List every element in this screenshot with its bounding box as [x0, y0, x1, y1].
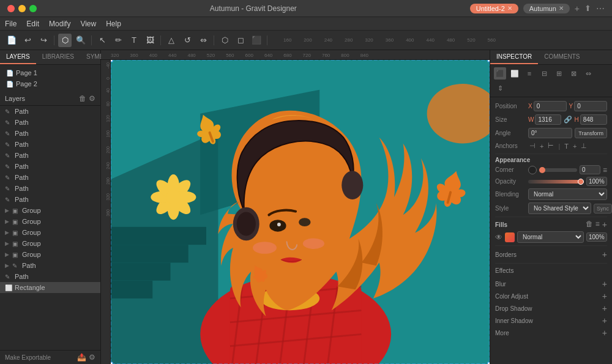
user-tab[interactable]: Autumun ✕ [523, 4, 570, 13]
expand-icon[interactable]: ▶ [5, 240, 10, 247]
menu-view[interactable]: View [80, 20, 96, 28]
expand-icon[interactable]: ▶ [5, 251, 10, 258]
image-tool[interactable]: 🖼 [143, 34, 157, 47]
layer-path-5[interactable]: ✎ Path [0, 150, 100, 161]
move-tool[interactable]: ↖ [95, 34, 109, 47]
layer-group-3[interactable]: ▶ ▣ Group [0, 227, 100, 238]
menu-help[interactable]: Help [106, 20, 121, 28]
tab-inspector[interactable]: INSPECTOR [490, 50, 538, 64]
drop-shadow-row[interactable]: Drop Shadow + [495, 302, 607, 314]
align-bottom-icon-btn[interactable]: ⊠ [567, 67, 580, 80]
fill-opacity-input[interactable] [586, 232, 607, 242]
flip-h-tool[interactable]: ⇔ [196, 34, 210, 47]
sync-button[interactable]: Sync [594, 204, 612, 214]
canvas-content[interactable] [111, 60, 490, 364]
close-button[interactable] [7, 5, 15, 12]
expand-icon[interactable]: ▶ [5, 262, 10, 269]
bottom-add-btn[interactable]: 📤 [77, 353, 86, 362]
fill-color-swatch[interactable] [505, 232, 515, 242]
corner-slider[interactable] [539, 168, 577, 172]
fill-blend-select[interactable]: Normal [517, 231, 584, 243]
position-x-input[interactable] [534, 101, 567, 111]
align-middle-icon-btn[interactable]: ⊞ [553, 67, 565, 80]
anchor-bottom[interactable]: ⊥ [580, 141, 588, 150]
layer-path-7[interactable]: ✎ Path [0, 172, 100, 183]
angle-input[interactable] [528, 128, 572, 138]
layer-more-btn[interactable]: ⚙ [89, 94, 95, 103]
layer-path-1[interactable]: ✎ Path [0, 106, 100, 117]
layer-path-4[interactable]: ✎ Path [0, 139, 100, 150]
borders-header[interactable]: Borders + [495, 248, 607, 261]
select-tool[interactable]: ⬡ [58, 34, 72, 47]
position-y-input[interactable] [574, 101, 607, 111]
anchor-top[interactable]: T [563, 142, 570, 150]
align-center-icon-btn[interactable]: ⬜ [509, 67, 521, 80]
align-left-icon-btn[interactable]: ⬛ [494, 67, 506, 80]
tab-layers[interactable]: LAYERS [0, 50, 36, 64]
expand-icon[interactable]: ▶ [5, 207, 10, 214]
anchor-center-h[interactable]: + [539, 142, 545, 150]
vector-tool[interactable]: ✏ [111, 34, 125, 47]
boolean-union[interactable]: ⬡ [218, 34, 231, 47]
fill-visibility-icon[interactable]: 👁 [495, 233, 502, 242]
borders-add-btn[interactable]: + [602, 250, 607, 259]
color-adjust-row[interactable]: Color Adjust + [495, 290, 607, 302]
anchor-center-v[interactable]: + [572, 142, 578, 150]
anchor-right[interactable]: ⊢ [547, 141, 555, 150]
layer-group-2[interactable]: ▶ ▣ Group [0, 216, 100, 227]
bottom-settings-btn[interactable]: ⚙ [89, 353, 95, 362]
canvas-area[interactable]: 320 360 400 440 480 520 560 600 640 680 … [101, 50, 490, 364]
layer-rectangle[interactable]: ⬜ Rectangle [0, 282, 100, 293]
corner-options-icon[interactable]: ≡ [603, 166, 607, 174]
layer-group-5[interactable]: ▶ ▣ Group [0, 249, 100, 260]
fill-add-btn[interactable]: + [602, 220, 607, 229]
layer-group-4[interactable]: ▶ ▣ Group [0, 238, 100, 249]
menu-modify[interactable]: Modify [49, 20, 70, 28]
corner-swatch[interactable] [528, 166, 537, 174]
maximize-button[interactable] [29, 5, 37, 12]
delete-selected-layer-btn[interactable]: 🗑 [79, 94, 86, 103]
drop-shadow-add-btn[interactable]: + [602, 303, 607, 313]
lock-icon[interactable]: 🔗 [564, 116, 572, 124]
opacity-input[interactable] [586, 177, 607, 186]
new-doc-btn[interactable]: 📄 [5, 34, 18, 47]
align-top-icon-btn[interactable]: ⊟ [538, 67, 550, 80]
undo-btn[interactable]: ↩ [21, 34, 34, 47]
close-tab-icon[interactable]: ✕ [507, 5, 512, 12]
color-adjust-add-btn[interactable]: + [602, 291, 607, 301]
layer-path-3[interactable]: ✎ Path [0, 128, 100, 139]
fill-delete-icon[interactable]: 🗑 [586, 220, 593, 229]
more-row[interactable]: More + [495, 327, 607, 339]
layer-path-11[interactable]: ✎ Path [0, 271, 100, 282]
tab-comments[interactable]: COMMENTS [538, 50, 586, 64]
menu-file[interactable]: File [5, 20, 17, 28]
anchor-left[interactable]: ⊣ [528, 141, 537, 150]
blur-row[interactable]: Blur + [495, 278, 607, 290]
boolean-intersect[interactable]: ⬛ [250, 34, 263, 47]
effects-header[interactable]: Effects [495, 266, 607, 275]
expand-icon[interactable]: ▶ [5, 218, 10, 225]
zoom-btn[interactable]: 🔍 [74, 34, 88, 47]
boolean-subtract[interactable]: ◻ [234, 34, 247, 47]
width-input[interactable] [535, 114, 561, 125]
tab-libraries[interactable]: LIBRARIES [36, 50, 80, 64]
blur-add-btn[interactable]: + [602, 279, 607, 289]
more-add-btn[interactable]: + [602, 328, 607, 338]
layer-path-9[interactable]: ✎ Path [0, 194, 100, 205]
rotate-tool[interactable]: ↺ [181, 34, 194, 47]
redo-btn[interactable]: ↪ [37, 34, 50, 47]
close-user-tab-icon[interactable]: ✕ [559, 5, 564, 12]
page-item-2[interactable]: 📄 Page 2 [2, 78, 98, 89]
layer-path-8[interactable]: ✎ Path [0, 183, 100, 194]
add-tab-icon[interactable]: + [575, 4, 580, 13]
more-options-icon[interactable]: ⋯ [596, 4, 605, 13]
share-icon[interactable]: ⬆ [584, 4, 591, 13]
blending-select[interactable]: Normal [528, 188, 607, 200]
corner-input[interactable] [580, 165, 600, 174]
menu-edit[interactable]: Edit [26, 20, 39, 28]
layer-path-2[interactable]: ✎ Path [0, 117, 100, 128]
page-item-1[interactable]: 📄 Page 1 [2, 67, 98, 78]
layer-group-1[interactable]: ▶ ▣ Group [0, 205, 100, 216]
layer-path-10[interactable]: ▶ ✎ Path [0, 260, 100, 271]
pen-tool[interactable]: △ [165, 34, 178, 47]
